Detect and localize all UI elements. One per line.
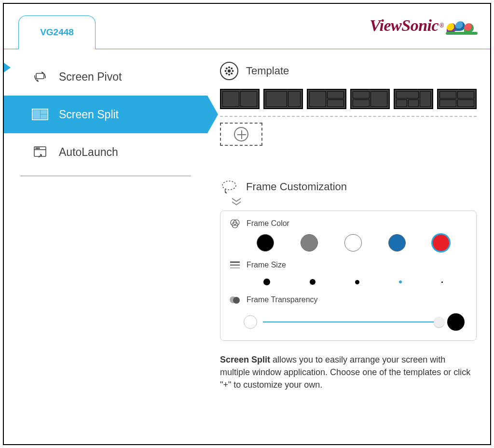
sidebar-item-screen-split[interactable]: Screen Split xyxy=(4,96,207,133)
svg-point-17 xyxy=(226,72,228,74)
transparency-slider-thumb[interactable] xyxy=(434,317,444,327)
sidebar-item-label: Screen Split xyxy=(59,108,119,121)
sidebar-divider xyxy=(20,176,191,176)
svg-point-12 xyxy=(228,74,230,76)
svg-rect-0 xyxy=(36,73,44,79)
frame-customization-panel: Frame Color xyxy=(220,210,477,341)
brand-registered: ® xyxy=(439,22,444,29)
size-option-3[interactable] xyxy=(355,280,359,284)
frame-color-options xyxy=(229,234,467,259)
sidebar-item-autolaunch[interactable]: AutoLaunch xyxy=(4,133,207,171)
device-tab[interactable]: VG2448 xyxy=(18,15,96,49)
svg-rect-4 xyxy=(41,114,47,119)
transparency-slider-row xyxy=(229,310,467,331)
template-1-left-2-right[interactable] xyxy=(307,89,346,109)
svg-point-8 xyxy=(37,148,38,149)
frame-size-label: Frame Size xyxy=(247,261,286,269)
template-4-grid[interactable] xyxy=(437,89,477,109)
color-swatch-gray[interactable] xyxy=(301,234,318,252)
svg-point-7 xyxy=(36,148,37,149)
svg-point-18 xyxy=(231,72,233,74)
brand-name: ViewSonic xyxy=(370,16,439,35)
template-icon xyxy=(220,62,238,80)
device-tab-label: VG2448 xyxy=(40,27,74,38)
brand-birds-icon xyxy=(447,17,477,34)
brand-logo: ViewSonic ® xyxy=(370,16,477,35)
size-option-2[interactable] xyxy=(310,279,316,285)
svg-point-27 xyxy=(233,297,240,304)
frame-size-options xyxy=(229,276,467,294)
svg-point-14 xyxy=(232,70,234,72)
color-swatch-red[interactable] xyxy=(432,234,450,252)
svg-point-10 xyxy=(228,70,231,72)
frame-color-header: Frame Color xyxy=(229,218,467,229)
frame-section-header: Frame Customization xyxy=(220,180,477,194)
header: VG2448 ViewSonic ® xyxy=(4,4,490,49)
svg-rect-3 xyxy=(41,110,47,114)
autolaunch-icon xyxy=(32,144,48,160)
screen-split-icon xyxy=(32,106,48,123)
template-2-col[interactable] xyxy=(220,89,260,109)
template-2-left-1-right[interactable] xyxy=(350,89,390,109)
svg-point-13 xyxy=(225,70,227,72)
color-swatch-blue[interactable] xyxy=(388,234,406,252)
transparency-slider[interactable] xyxy=(263,322,441,322)
template-section-header: Template xyxy=(220,62,477,80)
transparency-max-icon xyxy=(447,313,465,331)
svg-point-11 xyxy=(228,67,230,69)
sidebar-item-label: AutoLaunch xyxy=(59,146,118,159)
size-option-4[interactable] xyxy=(399,280,402,283)
description-text: Screen Split allows you to easily arrang… xyxy=(220,353,471,391)
sidebar-item-label: Screen Pivot xyxy=(59,70,122,84)
plus-icon xyxy=(234,127,248,141)
lines-icon xyxy=(229,259,241,271)
lasso-icon xyxy=(220,180,238,194)
transparency-min-icon xyxy=(244,315,257,329)
app-window: VG2448 ViewSonic ® xyxy=(3,3,491,445)
frame-transparency-label: Frame Transparency xyxy=(247,295,318,304)
svg-rect-2 xyxy=(33,110,40,119)
size-option-5[interactable] xyxy=(441,281,443,283)
frame-transparency-header: Frame Transparency xyxy=(229,294,467,306)
svg-point-9 xyxy=(39,148,40,149)
template-3-mixed[interactable] xyxy=(394,89,433,109)
content: Template xyxy=(207,49,490,391)
frame-size-header: Frame Size xyxy=(229,259,467,271)
template-section-title: Template xyxy=(246,65,289,77)
frame-color-label: Frame Color xyxy=(247,219,289,228)
size-option-1[interactable] xyxy=(263,279,270,285)
description-lead: Screen Split xyxy=(220,355,270,364)
sidebar: Screen Pivot Screen Split xyxy=(4,49,207,391)
color-swatch-white[interactable] xyxy=(344,234,362,252)
transparency-icon xyxy=(229,294,241,306)
template-list xyxy=(220,89,477,109)
svg-point-15 xyxy=(226,68,228,70)
template-divider xyxy=(220,116,477,117)
body: Screen Pivot Screen Split xyxy=(4,49,490,391)
template-wide-narrow[interactable] xyxy=(263,89,303,109)
svg-point-16 xyxy=(231,68,233,70)
sidebar-item-screen-pivot[interactable]: Screen Pivot xyxy=(4,58,207,96)
sidebar-indicator-icon xyxy=(4,63,11,72)
add-template-button[interactable] xyxy=(220,123,262,146)
frame-section-title: Frame Customization xyxy=(246,181,347,193)
chevron-down-icon xyxy=(231,197,477,209)
color-swatch-black[interactable] xyxy=(257,234,274,252)
svg-point-19 xyxy=(222,181,236,190)
color-icon xyxy=(229,218,241,229)
screen-pivot-icon xyxy=(32,69,48,85)
